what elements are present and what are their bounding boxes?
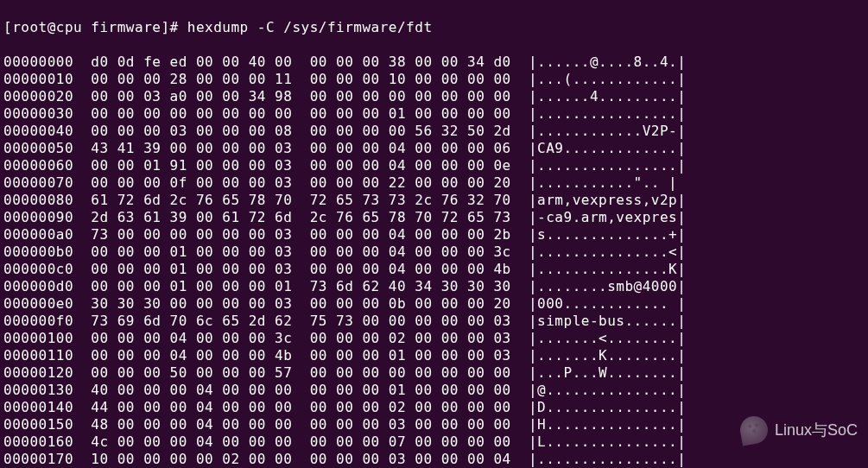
hexdump-row: 000000e0 30 30 30 00 00 00 00 03 00 00 0…	[3, 295, 865, 313]
hexdump-row: 00000070 00 00 00 0f 00 00 00 03 00 00 0…	[3, 174, 865, 192]
watermark-text: Linux与SoC	[775, 420, 858, 440]
hexdump-row: 000000b0 00 00 00 01 00 00 00 03 00 00 0…	[3, 243, 865, 261]
wechat-icon	[738, 414, 770, 446]
hexdump-row: 00000080 61 72 6d 2c 76 65 78 70 72 65 7…	[3, 192, 865, 209]
hexdump-row: 000000f0 73 69 6d 70 6c 65 2d 62 75 73 0…	[3, 313, 865, 330]
hexdump-row: 00000140 44 00 00 00 04 00 00 00 00 00 0…	[3, 399, 865, 416]
hexdump-row: 00000130 40 00 00 00 04 00 00 00 00 00 0…	[3, 382, 865, 399]
hexdump-row: 00000090 2d 63 61 39 00 61 72 6d 2c 76 6…	[3, 209, 865, 226]
hexdump-row: 00000020 00 00 03 a0 00 00 34 98 00 00 0…	[3, 88, 865, 105]
hexdump-row: 00000060 00 00 01 91 00 00 00 03 00 00 0…	[3, 157, 865, 174]
hexdump-row: 00000030 00 00 00 00 00 00 00 00 00 00 0…	[3, 105, 865, 123]
hexdump-row: 000000a0 73 00 00 00 00 00 00 03 00 00 0…	[3, 226, 865, 243]
hexdump-row: 00000040 00 00 00 03 00 00 00 08 00 00 0…	[3, 123, 865, 140]
hexdump-row: 00000120 00 00 00 50 00 00 00 57 00 00 0…	[3, 364, 865, 382]
hexdump-row: 00000100 00 00 00 04 00 00 00 3c 00 00 0…	[3, 330, 865, 347]
hexdump-row: 00000000 d0 0d fe ed 00 00 40 00 00 00 0…	[3, 54, 865, 71]
shell-prompt-line: [root@cpu firmware]# hexdump -C /sys/fir…	[3, 19, 865, 36]
shell-command: hexdump -C /sys/firmware/fdt	[187, 19, 433, 35]
hexdump-row: 00000150 48 00 00 00 04 00 00 00 00 00 0…	[3, 416, 865, 433]
watermark: Linux与SoC	[740, 416, 858, 444]
hexdump-row: 000000d0 00 00 00 01 00 00 00 01 73 6d 6…	[3, 278, 865, 295]
hexdump-row: 00000170 10 00 00 00 00 02 00 00 00 00 0…	[3, 451, 865, 468]
terminal-output: [root@cpu firmware]# hexdump -C /sys/fir…	[0, 0, 868, 468]
hexdump-row: 00000110 00 00 00 04 00 00 00 4b 00 00 0…	[3, 347, 865, 364]
hexdump-row: 00000010 00 00 00 28 00 00 00 11 00 00 0…	[3, 71, 865, 88]
hexdump-row: 000000c0 00 00 00 01 00 00 00 03 00 00 0…	[3, 261, 865, 278]
hexdump-row: 00000050 43 41 39 00 00 00 00 03 00 00 0…	[3, 140, 865, 157]
hexdump-row: 00000160 4c 00 00 00 04 00 00 00 00 00 0…	[3, 433, 865, 451]
shell-prompt: [root@cpu firmware]#	[3, 19, 179, 35]
hexdump-output: 00000000 d0 0d fe ed 00 00 40 00 00 00 0…	[3, 54, 865, 468]
